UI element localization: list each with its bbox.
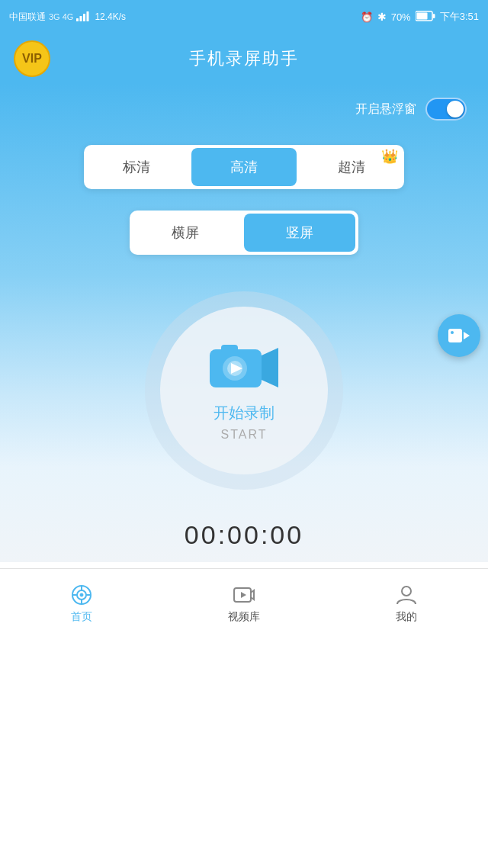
nav-item-home[interactable]: 首页 — [0, 583, 162, 624]
alarm-icon: ⏰ — [361, 11, 373, 23]
svg-rect-0 — [76, 18, 79, 21]
crown-icon: 👑 — [381, 148, 398, 165]
video-library-icon — [232, 583, 256, 607]
battery-label: 70% — [391, 11, 411, 23]
svg-point-9 — [451, 331, 454, 334]
landscape-btn[interactable]: 横屏 — [130, 211, 241, 255]
status-right: ⏰ ✱ 70% 下午3:51 — [361, 10, 479, 24]
bluetooth-icon: ✱ — [377, 11, 387, 23]
app-title: 手机录屏助手 — [189, 47, 299, 70]
svg-marker-8 — [464, 332, 470, 339]
float-window-row: 开启悬浮窗 — [0, 84, 488, 128]
float-window-toggle[interactable] — [425, 98, 467, 121]
record-label-cn: 开始录制 — [214, 403, 274, 423]
float-window-label: 开启悬浮窗 — [355, 101, 416, 117]
time-label: 下午3:51 — [440, 10, 479, 24]
signal-icon — [76, 11, 92, 24]
battery-icon — [416, 11, 435, 24]
nav-label-home: 首页 — [71, 610, 92, 624]
svg-rect-7 — [448, 329, 462, 342]
float-video-btn[interactable] — [438, 314, 480, 357]
record-button[interactable]: 开始录制 START — [160, 307, 328, 474]
bottom-nav: 首页 视频库 我的 — [0, 568, 488, 637]
nav-label-videos: 视频库 — [228, 610, 260, 624]
carrier1-label: 中国联通 — [9, 11, 46, 24]
orientation-selector: 横屏 竖屏 — [130, 211, 358, 255]
record-area: 开始录制 START — [0, 291, 488, 508]
camera-icon — [206, 340, 282, 394]
svg-marker-25 — [241, 592, 246, 598]
nav-item-profile[interactable]: 我的 — [326, 583, 488, 624]
vip-badge[interactable]: VIP — [14, 40, 50, 77]
header: VIP 手机录屏助手 — [0, 34, 488, 84]
speed-label: 12.4K/s — [95, 11, 126, 22]
portrait-btn[interactable]: 竖屏 — [244, 214, 355, 252]
quality-standard-btn[interactable]: 标清 — [84, 145, 188, 189]
svg-rect-1 — [80, 16, 82, 21]
main-area: 开启悬浮窗 标清 高清 超清 👑 横屏 竖屏 — [0, 84, 488, 562]
status-left: 中国联通 3G 4G 12.4K/s — [9, 11, 126, 24]
svg-point-26 — [402, 587, 411, 596]
svg-point-18 — [80, 593, 83, 596]
svg-rect-5 — [432, 14, 435, 18]
nav-item-videos[interactable]: 视频库 — [162, 583, 325, 624]
timer-row: 00:00:00 — [0, 520, 488, 562]
svg-rect-14 — [221, 345, 238, 352]
profile-icon — [394, 583, 419, 607]
svg-rect-2 — [83, 14, 85, 21]
quality-selector: 标清 高清 超清 👑 — [84, 145, 404, 189]
status-bar: 中国联通 3G 4G 12.4K/s ⏰ ✱ 70% 下午3:51 — [0, 0, 488, 34]
svg-marker-24 — [251, 590, 254, 600]
svg-rect-3 — [87, 11, 89, 21]
nav-label-profile: 我的 — [396, 610, 417, 624]
toggle-knob — [447, 101, 464, 117]
svg-rect-6 — [416, 12, 427, 19]
quality-hd-btn[interactable]: 高清 — [191, 148, 296, 186]
network-type: 3G 4G — [49, 12, 73, 21]
quality-ultra-btn[interactable]: 超清 👑 — [300, 145, 404, 189]
record-label-en: START — [221, 428, 268, 442]
svg-marker-15 — [262, 348, 278, 387]
outer-circle: 开始录制 START — [145, 291, 343, 490]
home-icon — [69, 583, 94, 607]
timer-display: 00:00:00 — [185, 520, 303, 550]
